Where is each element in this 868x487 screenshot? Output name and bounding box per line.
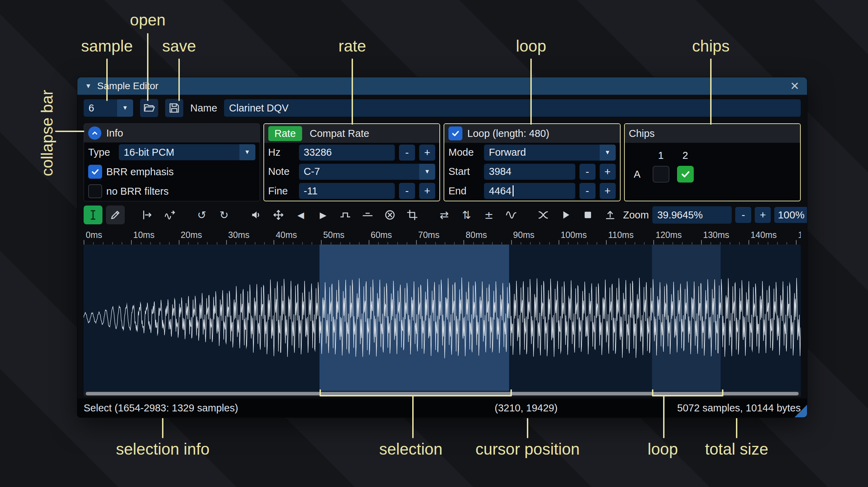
chip-2-checkbox[interactable]	[677, 166, 694, 183]
ruler-label: 110ms	[608, 230, 633, 240]
sample-number-select[interactable]: 6 ▼	[84, 99, 133, 117]
status-total-size: 5072 samples, 10144 bytes	[677, 402, 801, 414]
hz-input[interactable]: 33286	[299, 145, 395, 161]
crossfade-button[interactable]	[534, 206, 553, 224]
close-icon[interactable]: ✕	[790, 80, 799, 92]
fine-value: -11	[304, 185, 318, 197]
zoom-label: Zoom	[623, 209, 649, 221]
play-button[interactable]	[556, 206, 575, 224]
loop-start-increase-button[interactable]: +	[600, 164, 616, 180]
tab-compat-rate[interactable]: Compat Rate	[307, 126, 372, 141]
apply-silence-button[interactable]	[358, 206, 377, 224]
zoom-in-button[interactable]: +	[755, 207, 771, 223]
titlebar[interactable]: ▼ Sample Editor ✕	[77, 77, 807, 95]
no-brr-filters-checkbox[interactable]	[88, 184, 102, 198]
sample-number-value: 6	[84, 99, 117, 117]
resample-button[interactable]	[160, 206, 179, 224]
note-label: Note	[268, 166, 295, 177]
save-button[interactable]	[165, 99, 183, 117]
stop-button[interactable]	[578, 206, 597, 224]
reverse-button[interactable]: ⇄	[435, 206, 454, 224]
no-brr-filters-label: no BRR filters	[106, 186, 169, 197]
type-label: Type	[88, 147, 115, 158]
annotation-line-selection-info	[162, 418, 163, 438]
x-circle-icon	[384, 209, 396, 221]
name-value: Clarinet DQV	[229, 102, 289, 114]
ruler-label: 130ms	[703, 230, 729, 240]
ruler-label: 100ms	[561, 230, 587, 240]
zoom-value: 39.9645%	[657, 209, 703, 221]
name-input[interactable]: Clarinet DQV	[224, 99, 801, 117]
expand-arrows-icon	[272, 209, 284, 221]
loop-start-input[interactable]: 3984	[484, 164, 575, 180]
type-select[interactable]: 16-bit PCM ▼	[119, 144, 255, 160]
brr-emphasis-checkbox[interactable]	[88, 165, 102, 179]
redo-button[interactable]: ↻	[215, 206, 233, 224]
annotation-line-total-size	[736, 418, 737, 438]
undo-button[interactable]: ↺	[192, 206, 211, 224]
open-button[interactable]	[140, 99, 158, 117]
timeline-ruler[interactable]: 0ms10ms20ms30ms40ms50ms60ms70ms80ms90ms1…	[84, 229, 801, 245]
zoom-out-button[interactable]: -	[735, 207, 751, 223]
ruler-label: 70ms	[418, 230, 439, 240]
crop-icon	[406, 209, 418, 221]
loop-panel: Loop (length: 480) Mode Forward ▼ Start …	[444, 123, 621, 201]
loop-enable-checkbox[interactable]	[448, 126, 462, 140]
fine-increase-button[interactable]: +	[419, 183, 435, 199]
fine-decrease-button[interactable]: -	[399, 183, 415, 199]
hz-decrease-button[interactable]: -	[399, 145, 415, 161]
info-panel-title: Info	[106, 127, 123, 139]
resize-button[interactable]	[138, 206, 157, 224]
ruler-label: 120ms	[655, 230, 682, 240]
note-select[interactable]: C-7 ▼	[299, 164, 436, 180]
delete-button[interactable]	[381, 206, 399, 224]
fade-in-button[interactable]: ◀	[291, 206, 310, 224]
tab-rate[interactable]: Rate	[268, 126, 302, 141]
fade-out-button[interactable]: ▶	[314, 206, 332, 224]
loop-end-decrease-button[interactable]: -	[579, 183, 596, 199]
annotation-sample: sample	[81, 37, 133, 55]
loop-start-decrease-button[interactable]: -	[579, 164, 596, 180]
sign-exchange-button[interactable]: ±	[479, 206, 498, 224]
trim-button[interactable]	[403, 206, 422, 224]
insert-silence-button[interactable]	[336, 206, 355, 224]
chevron-down-icon: ▼	[117, 99, 133, 117]
amplify-button[interactable]	[247, 206, 266, 224]
normalize-button[interactable]	[269, 206, 288, 224]
annotation-line-sample	[106, 59, 108, 101]
waveform-area[interactable]	[84, 245, 801, 396]
loop-panel-header: Loop (length: 480)	[444, 124, 620, 143]
fine-input[interactable]: -11	[299, 183, 395, 199]
chip-1-checkbox[interactable]	[653, 166, 669, 183]
select-tool-button[interactable]	[84, 206, 102, 224]
info-panel: Info Type 16-bit PCM ▼ BRR emphasis no	[84, 123, 260, 201]
annotation-total-size: total size	[705, 440, 768, 458]
loop-mode-select[interactable]: Forward ▼	[484, 145, 616, 161]
zoom-reset-button[interactable]: 100%	[774, 207, 807, 223]
apply-filter-button[interactable]	[502, 206, 521, 224]
waveform-toolbar: ↺ ↻ ◀ ▶ ⇄ ⇅ ±	[77, 201, 807, 226]
create-wavetable-button[interactable]	[601, 206, 620, 224]
loop-end-input[interactable]: 4464	[484, 183, 575, 199]
window-collapse-icon[interactable]: ▼	[85, 82, 92, 90]
chips-grid: 1 2 A	[625, 143, 800, 187]
draw-tool-button[interactable]	[106, 206, 125, 224]
collapse-info-button[interactable]	[88, 126, 101, 140]
open-folder-icon	[143, 102, 155, 114]
ruler-label: 0ms	[86, 230, 102, 240]
annotation-line-chips	[710, 59, 712, 125]
chips-column-2-label: 2	[682, 150, 688, 161]
window-resize-handle[interactable]	[794, 405, 807, 417]
loop-end-value: 4464	[489, 185, 512, 197]
loop-end-increase-button[interactable]: +	[600, 183, 616, 199]
hz-label: Hz	[268, 147, 295, 158]
pulse-icon	[339, 209, 351, 221]
chips-column-1-label: 1	[658, 150, 663, 161]
info-panel-header[interactable]: Info	[84, 124, 260, 142]
zoom-input[interactable]: 39.9645%	[652, 206, 732, 224]
annotation-line-loop-bottom	[663, 396, 665, 438]
hz-increase-button[interactable]: +	[419, 145, 435, 161]
note-value: C-7	[299, 164, 420, 180]
chips-row-a-label: A	[634, 169, 640, 180]
invert-button[interactable]: ⇅	[457, 206, 476, 224]
